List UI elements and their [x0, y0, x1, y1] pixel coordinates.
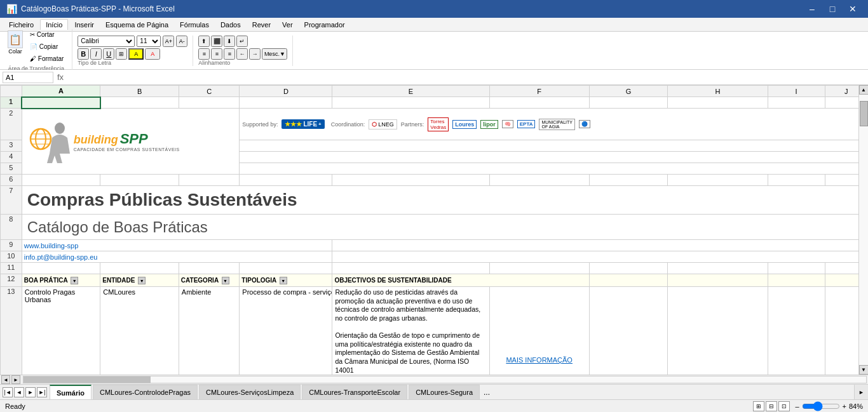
scroll-up-arrow[interactable]: ▲ [859, 85, 869, 95]
underline-button[interactable]: U [103, 48, 114, 60]
align-top-button[interactable]: ⬆ [198, 36, 210, 47]
col-header-d[interactable]: D [240, 86, 332, 97]
cell-header-g12[interactable] [589, 274, 668, 287]
zoom-slider[interactable] [802, 401, 840, 411]
cell-c6[interactable] [179, 175, 239, 186]
border-button[interactable]: ⊞ [116, 48, 127, 60]
align-bottom-button[interactable]: ⬇ [224, 36, 235, 47]
maximize-button[interactable]: □ [824, 0, 841, 18]
cell-e6[interactable] [332, 175, 489, 186]
font-size-select[interactable]: 11 [137, 36, 161, 47]
cell-d6[interactable] [240, 175, 332, 186]
paste-button[interactable]: 📋 Colar [5, 29, 25, 64]
cell-f1[interactable] [489, 97, 589, 109]
cell-g13[interactable] [589, 287, 668, 375]
cell-a1[interactable] [22, 97, 100, 109]
filter-categoria[interactable]: ▼ [222, 277, 229, 284]
increase-font-button[interactable]: A+ [163, 36, 174, 47]
h-scroll-track[interactable] [23, 376, 867, 383]
zoom-out-button[interactable]: – [795, 402, 799, 410]
align-left-button[interactable]: ≡ [198, 48, 210, 60]
col-header-i[interactable]: I [768, 86, 825, 97]
vertical-scrollbar[interactable]: ▲ ▼ [858, 85, 868, 375]
decrease-font-button[interactable]: A- [176, 36, 187, 47]
cell-i6[interactable] [768, 175, 825, 186]
italic-button[interactable]: I [90, 48, 102, 60]
cell-i11[interactable] [768, 263, 825, 274]
ribbon-tab-esquema[interactable]: Esquema de Página [100, 20, 173, 30]
fill-color-button[interactable]: A [128, 48, 144, 60]
ribbon-tab-formulas[interactable]: Fórmulas [175, 20, 214, 30]
cell-g6[interactable] [589, 175, 668, 186]
cell-e1[interactable] [332, 97, 489, 109]
cell-b9[interactable] [332, 240, 868, 251]
cell-g11[interactable] [589, 263, 668, 274]
close-button[interactable]: ✕ [844, 0, 862, 18]
col-header-b[interactable]: B [100, 86, 179, 97]
sheet-tab-cmloures-pragas[interactable]: CMLoures-ControlodePragas [93, 385, 198, 399]
cell-b1[interactable] [100, 97, 179, 109]
normal-view-button[interactable]: ⊞ [753, 401, 764, 411]
copy-button[interactable]: 📄 Copiar [27, 41, 67, 52]
indent-increase-button[interactable]: → [249, 48, 261, 60]
scroll-down-arrow[interactable]: ▼ [859, 365, 869, 375]
sheet-tab-sumario[interactable]: Sumário [50, 385, 92, 399]
cell-b3[interactable] [240, 140, 868, 152]
cell-f11[interactable] [489, 263, 589, 274]
col-header-c[interactable]: C [179, 86, 239, 97]
cell-c1[interactable] [179, 97, 239, 109]
cell-h6[interactable] [668, 175, 768, 186]
wrap-text-button[interactable]: ↵ [236, 36, 248, 47]
format-painter-button[interactable]: 🖌 Formatar [27, 53, 67, 64]
filter-boa-pratica[interactable]: ▼ [71, 277, 78, 284]
sheet-nav-next[interactable]: ► [25, 387, 36, 397]
cell-f6[interactable] [489, 175, 589, 186]
col-header-g[interactable]: G [589, 86, 668, 97]
cell-i1[interactable] [768, 97, 825, 109]
cell-a6[interactable] [22, 175, 100, 186]
cell-b10[interactable] [332, 251, 868, 263]
cell-h1[interactable] [668, 97, 768, 109]
page-layout-button[interactable]: ⊟ [766, 401, 777, 411]
zoom-in-button[interactable]: + [843, 402, 846, 410]
align-center-button[interactable]: ≡ [211, 48, 222, 60]
ribbon-tab-inserir[interactable]: Inserir [69, 20, 99, 30]
cell-b11[interactable] [100, 263, 179, 274]
cell-b6[interactable] [100, 175, 179, 186]
cell-header-i12[interactable] [768, 274, 825, 287]
cell-h11[interactable] [668, 263, 768, 274]
cell-b4[interactable] [240, 152, 868, 163]
sheet-tab-cmloures-limpeza[interactable]: CMLoures-ServiçosLimpeza [199, 385, 301, 399]
cell-g1[interactable] [589, 97, 668, 109]
indent-decrease-button[interactable]: ← [236, 48, 248, 60]
ribbon-tab-ver[interactable]: Ver [277, 20, 298, 30]
bold-button[interactable]: B [78, 48, 89, 60]
cell-b5[interactable] [240, 163, 868, 175]
formula-input[interactable] [67, 72, 865, 83]
ribbon-tab-programador[interactable]: Programador [299, 20, 350, 30]
cut-button[interactable]: ✂ Cortar [27, 29, 67, 40]
scroll-track[interactable] [859, 95, 868, 365]
cell-h13[interactable] [668, 287, 768, 375]
cell-d1[interactable] [240, 97, 332, 109]
font-family-select[interactable]: Calibri [78, 36, 135, 47]
sheet-nav-first[interactable]: |◄ [3, 387, 13, 397]
col-header-h[interactable]: H [668, 86, 768, 97]
sheet-tab-cmloures-transporte[interactable]: CMLoures-TransporteEscolar [302, 385, 407, 399]
col-header-f[interactable]: F [489, 86, 589, 97]
sheet-scroll-right[interactable]: ► [854, 385, 868, 399]
name-box[interactable] [3, 72, 53, 83]
cell-a11[interactable] [22, 263, 100, 274]
scroll-right-arrow[interactable]: ► [11, 375, 20, 384]
page-break-button[interactable]: ⊡ [778, 401, 790, 411]
sheet-tab-cmloures-segura[interactable]: CMLoures-Segura [409, 385, 480, 399]
minimize-button[interactable]: – [803, 0, 821, 18]
cell-d11[interactable] [240, 263, 332, 274]
ribbon-tab-rever[interactable]: Rever [247, 20, 276, 30]
col-header-e[interactable]: E [332, 86, 489, 97]
col-header-a[interactable]: A [22, 86, 100, 97]
h-scroll-thumb[interactable] [24, 376, 151, 383]
scroll-left-arrow[interactable]: ◄ [1, 375, 10, 384]
ribbon-tab-ficheiro[interactable]: Ficheiro [4, 20, 39, 30]
ribbon-tab-inicio[interactable]: Início [40, 19, 68, 30]
